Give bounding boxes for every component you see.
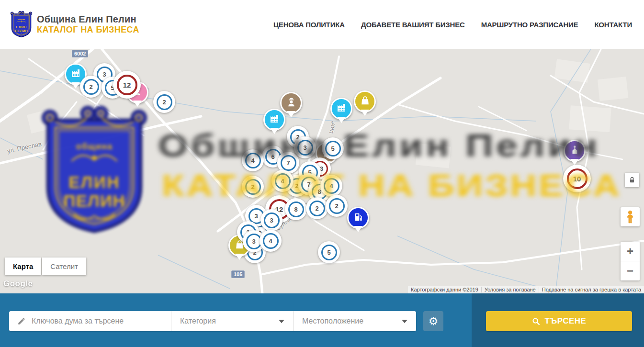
keyword-search-input[interactable] [26,311,171,331]
worker-category-pin[interactable] [280,92,302,114]
cluster-count: 12 [117,75,137,95]
pegman-icon [624,210,636,224]
lock-button[interactable] [625,173,639,187]
factory-icon [336,102,347,115]
cluster-count: 5 [321,245,337,260]
cluster-count: 2 [329,198,345,214]
cluster-count: 10 [567,168,588,189]
shopping-bag-category-pin[interactable] [354,90,376,112]
location-select-value: Местоположение [302,317,402,325]
main-nav: ЦЕНОВА ПОЛИТИКАДОБАВЕТЕ ВАШИЯТ БИЗНЕСМАР… [273,21,632,29]
header: община ЕЛИН ПЕЛИН Община Елин Пелин КАТА… [0,0,644,49]
svg-text:община: община [18,19,26,21]
category-select-value: Категория [180,317,279,325]
zoom-in-button[interactable]: + [621,242,640,261]
cluster-count: 3 [264,213,280,228]
cluster-marker[interactable]: 10 [563,165,591,192]
cluster-marker[interactable]: 2 [306,197,328,219]
map-canvas[interactable]: община ЕЛИН ПЕЛИН Община Елин Пелин КАТА… [0,49,644,293]
map-type-map-button[interactable]: Карта [5,257,41,275]
brand-logo[interactable]: община ЕЛИН ПЕЛИН Община Елин Пелин КАТА… [10,11,139,38]
gear-icon: ⚙ [429,315,439,328]
cluster-count: 2 [309,201,325,216]
street-view-pegman-button[interactable] [621,207,640,226]
factory-category-pin[interactable] [263,109,285,131]
cluster-marker[interactable]: 2 [153,91,175,113]
cluster-count: 8 [288,201,304,217]
worker-icon [286,97,297,110]
map-type-control: Карта Сателит [5,257,86,275]
cluster-marker[interactable]: 8 [285,198,307,220]
cluster-marker[interactable]: 5 [318,241,340,263]
cluster-count: 4 [324,178,339,194]
cluster-count: 7 [281,155,296,171]
site-subtitle: КАТАЛОГ НА БИЗНЕСА [37,25,139,35]
road-shield-label: 6002 [72,50,88,57]
search-icon [532,317,540,325]
search-fields: Категория Местоположение [9,311,416,331]
cluster-count: 4 [245,153,261,168]
church-category-pin[interactable] [564,140,586,162]
factory-icon [269,113,280,126]
fuel-category-pin[interactable] [347,207,369,229]
cluster-marker[interactable]: 4 [320,175,342,197]
nav-item-2[interactable]: МАРШРУТНО РАЗПИСАНИЕ [481,21,578,29]
cluster-marker[interactable]: 2 [326,195,348,217]
cluster-count: 3 [297,140,313,156]
map-data-copyright: Картографски данни ©2019 [408,287,481,292]
site-title: Община Елин Пелин [37,14,139,25]
search-button[interactable]: ТЪРСЕНЕ [486,311,632,331]
attribution-link[interactable]: Подаване на сигнал за грешка в картата [539,287,644,292]
factory-category-pin[interactable] [330,98,352,120]
keyword-field [9,311,171,331]
cluster-marker[interactable]: 3 [260,209,282,231]
cluster-marker[interactable]: 4 [242,149,264,171]
nav-item-3[interactable]: КОНТАКТИ [594,21,632,29]
cluster-marker[interactable]: 2 [80,76,102,98]
cluster-marker[interactable]: 4 [260,230,282,252]
cluster-marker[interactable]: 3 [294,136,316,158]
map-type-satellite-button[interactable]: Сателит [42,257,86,275]
cluster-marker[interactable]: 5 [322,137,344,159]
cluster-count: 2 [157,94,172,110]
location-select[interactable]: Местоположение [293,311,416,331]
svg-text:ЕЛИН: ЕЛИН [16,25,26,29]
chevron-down-icon [402,320,407,323]
search-bar: Категория Местоположение ⚙ ТЪРСЕНЕ [0,293,644,347]
road-shield-label: 105 [231,270,245,278]
category-select[interactable]: Категория [171,311,293,331]
factory-icon [70,67,81,81]
svg-text:ПЕЛИН: ПЕЛИН [15,29,28,33]
advanced-settings-button[interactable]: ⚙ [423,311,443,331]
attribution-link[interactable]: Условия за ползване [481,287,539,292]
nav-item-1[interactable]: ДОБАВЕТЕ ВАШИЯТ БИЗНЕС [361,21,465,29]
map-attribution: Картографски данни ©2019Условия за ползв… [408,286,644,293]
lock-icon [628,176,636,184]
pencil-icon [17,317,26,325]
cluster-marker[interactable]: 12 [113,71,141,99]
search-button-label: ТЪРСЕНЕ [545,316,587,326]
cluster-marker[interactable]: 4 [271,170,294,192]
google-logo[interactable]: Google [3,279,33,289]
zoom-control: + − [621,242,640,280]
shopping-bag-icon [360,95,371,108]
church-icon [569,145,580,157]
cluster-count: 5 [325,141,341,157]
cluster-count: 4 [275,173,291,189]
municipality-crest-logo: община ЕЛИН ПЕЛИН [10,11,33,38]
cluster-count: 2 [83,79,99,95]
zoom-out-button[interactable]: − [621,261,640,280]
cluster-count: 2 [245,179,261,195]
cluster-count: 4 [263,233,279,249]
chevron-down-icon [279,320,284,323]
cluster-marker[interactable]: 2 [242,176,264,198]
fuel-icon [353,212,364,224]
nav-item-0[interactable]: ЦЕНОВА ПОЛИТИКА [273,21,345,29]
